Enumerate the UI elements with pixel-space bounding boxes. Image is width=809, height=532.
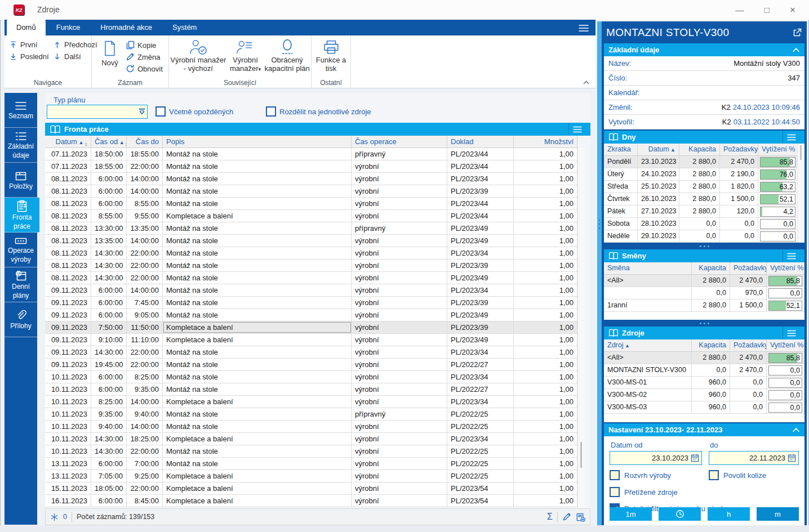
cell[interactable]: Kompletace a balení <box>163 482 352 494</box>
cell[interactable]: 14:30:00 <box>91 445 127 457</box>
cell[interactable]: 2 470,0 <box>720 156 758 168</box>
cell[interactable]: výrobní <box>352 371 447 383</box>
worklist-row[interactable]: 08.11.20236:00:0014:00:00Montáž na stole… <box>45 173 577 185</box>
column-header[interactable]: Zdroj ▲ <box>604 339 692 351</box>
cell[interactable]: Montáž na stole <box>163 371 352 383</box>
cell[interactable]: 960,0 <box>692 377 730 388</box>
cell[interactable]: výrobní <box>352 334 447 346</box>
cell[interactable]: 0,0 <box>692 364 730 376</box>
copy-button[interactable]: Kopie <box>126 41 163 50</box>
cell[interactable]: 08.11.2023 <box>45 173 91 185</box>
cell[interactable]: PL/2023/44 <box>447 148 514 160</box>
cell[interactable]: 08.11.2023 <box>45 272 91 284</box>
worklist-row[interactable]: 08.11.20238:55:009:55:00Kompletace a bal… <box>45 210 577 222</box>
worklist-row[interactable]: 10.11.202314:30:0022:00:00Montáž na stol… <box>45 445 577 458</box>
cell[interactable]: výrobní <box>352 260 447 271</box>
cell[interactable]: <All> <box>604 275 692 287</box>
cell[interactable]: Montáž na stole <box>163 173 352 185</box>
cell[interactable]: 09.11.2023 <box>45 346 91 358</box>
cell[interactable]: 14:30:00 <box>91 260 127 271</box>
cell[interactable]: 18:55:00 <box>127 148 163 160</box>
cell[interactable]: PL/2023/34 <box>447 396 514 408</box>
cell[interactable]: 1,00 <box>514 260 577 271</box>
column-header[interactable]: Čas do <box>127 136 163 147</box>
cell[interactable]: 1,00 <box>514 297 577 309</box>
cell[interactable]: 0,0 <box>767 287 804 299</box>
worklist-row[interactable]: 08.11.202314:30:0022:00:00Montáž na stol… <box>45 272 577 284</box>
cell[interactable]: PL/2022/25 <box>447 445 514 457</box>
cell[interactable]: 22:00:00 <box>127 445 163 457</box>
cell[interactable]: 1,00 <box>514 334 577 346</box>
cell[interactable]: výrobní <box>352 321 447 333</box>
cell[interactable]: 22:00:00 <box>127 272 163 284</box>
cell[interactable]: Montáž na stole <box>163 359 352 370</box>
cell[interactable]: Úterý <box>604 168 638 180</box>
cell[interactable]: 7:00:00 <box>127 458 163 470</box>
checkbox-pretizene-zdroje[interactable] <box>610 487 620 497</box>
cell[interactable]: 9:55:00 <box>127 210 163 222</box>
column-header[interactable]: Datum ▲ <box>638 144 679 155</box>
cell[interactable]: přípravný <box>352 408 447 420</box>
cell[interactable]: 9:35:00 <box>127 383 163 395</box>
cell[interactable]: 08.11.2023 <box>45 247 91 259</box>
cell[interactable]: Montáž na stole <box>163 222 352 234</box>
cell[interactable]: 10.11.2023 <box>45 421 91 432</box>
worklist-row[interactable]: 08.11.20236:00:008:55:00Montáž na stolev… <box>45 198 577 210</box>
collapse-icon[interactable] <box>792 427 800 432</box>
cell[interactable]: PL/2022/25 <box>447 408 514 420</box>
column-header[interactable]: Požadavky <box>730 339 767 351</box>
cell[interactable]: 0,0 <box>720 230 758 242</box>
cell[interactable]: 08.11.2023 <box>45 260 91 271</box>
cell[interactable]: 6:00:00 <box>91 173 127 185</box>
worklist-row[interactable]: 08.11.202313:35:0014:00:00Montáž na stol… <box>45 235 577 247</box>
cell[interactable]: 0,0 <box>692 287 730 299</box>
cell[interactable]: PL/2022/25 <box>447 421 514 432</box>
copy-add-icon[interactable] <box>576 512 585 522</box>
cell[interactable]: Kompletace a balení <box>163 321 352 333</box>
cell[interactable]: PL/2023/34 <box>447 247 514 259</box>
worklist-row[interactable]: 08.11.202314:30:0022:00:00Montáž na stol… <box>45 260 577 272</box>
column-header[interactable]: Množství <box>514 136 577 147</box>
cell[interactable]: 10.11.2023 <box>45 433 91 445</box>
worklist-menu-icon[interactable] <box>568 123 586 136</box>
cell[interactable]: Montáž na stole <box>163 160 352 172</box>
cell[interactable]: 14:30:00 <box>91 272 127 284</box>
cell[interactable]: PL/2023/49 <box>447 334 514 346</box>
cell[interactable]: 08.11.2023 <box>45 210 91 222</box>
cell[interactable]: výrobní <box>352 297 447 309</box>
worklist-scrollbar[interactable] <box>577 148 585 507</box>
checkbox-vcetne-opozdenych[interactable] <box>155 106 166 117</box>
cell[interactable]: 8:25:00 <box>127 371 163 383</box>
cell[interactable]: PL/2023/44 <box>447 210 514 222</box>
zdroje-row[interactable]: V300-MS-01960,00,00,0 <box>604 377 804 389</box>
cell[interactable]: 22:00:00 <box>127 247 163 259</box>
cell[interactable]: 1,00 <box>514 371 577 383</box>
sidebar-item-fronta-prace[interactable]: Fronta práce <box>5 198 39 233</box>
sum-button[interactable]: Σ <box>547 512 553 522</box>
cell[interactable]: 1,00 <box>514 222 577 234</box>
worklist-row[interactable]: 08.11.202313:30:0013:35:00Montáž na stol… <box>45 222 577 235</box>
refresh-button[interactable]: Obnovit <box>126 64 163 73</box>
button-clock[interactable] <box>659 507 701 521</box>
cell[interactable]: 6:00:00 <box>91 284 127 296</box>
cell[interactable]: Montáž na stole <box>163 421 352 432</box>
close-button[interactable]: × <box>780 0 806 20</box>
sidebar-item-polozky[interactable]: Položky <box>5 163 37 198</box>
cell[interactable]: 2 880,0 <box>679 156 720 168</box>
cell[interactable]: 15.11.2023 <box>45 482 91 494</box>
cell[interactable]: Kompletace a balení <box>163 396 352 408</box>
edit-button[interactable]: Změna <box>126 52 163 61</box>
cell[interactable]: 970,0 <box>730 287 767 299</box>
column-header[interactable]: Vytížení % <box>758 144 798 155</box>
datum-do-input[interactable]: 22.11.2023 <box>709 451 799 465</box>
cell[interactable]: Pondělí <box>604 156 638 168</box>
cell[interactable]: Montáž na stole <box>163 148 352 160</box>
column-header[interactable]: Kapacita <box>692 262 730 274</box>
cell[interactable]: 13.11.2023 <box>45 458 91 470</box>
cell[interactable]: výrobní <box>352 185 447 197</box>
dny-row[interactable]: Sobota28.10.20230,00,00,0 <box>604 218 804 230</box>
cell[interactable]: 85,8 <box>758 156 798 168</box>
cell[interactable]: 0,0 <box>679 218 720 230</box>
sidebar-item-denni-plany[interactable]: Denní plány <box>5 267 37 302</box>
smeny-row[interactable]: <All>2 880,02 470,085,8 <box>604 275 804 287</box>
